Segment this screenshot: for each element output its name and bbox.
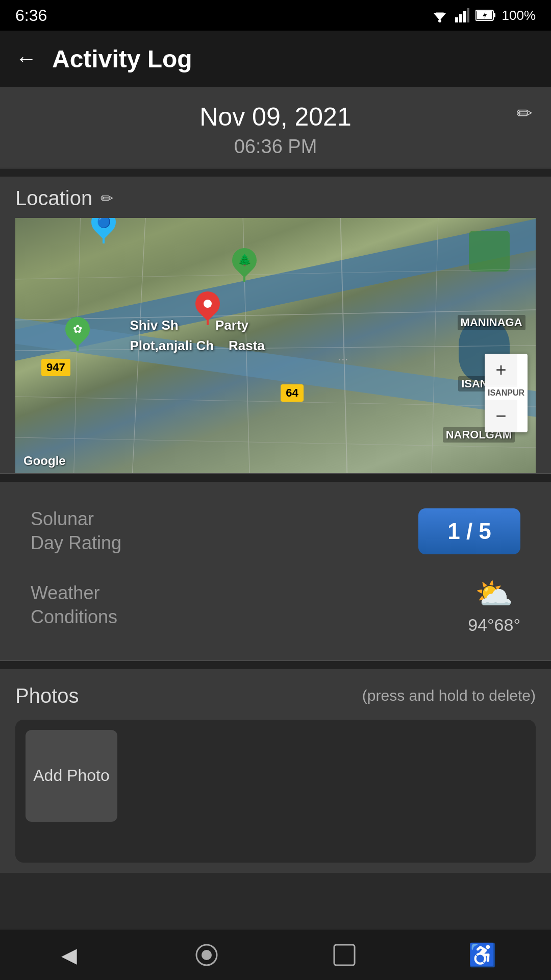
section-divider-1: [0, 168, 551, 177]
battery-icon: [475, 9, 496, 21]
svg-rect-3: [455, 17, 458, 22]
bottom-nav: ◀ ♿: [0, 929, 551, 980]
solunar-badge: 1 / 5: [418, 508, 520, 554]
back-button[interactable]: ←: [15, 46, 37, 71]
svg-rect-6: [467, 8, 469, 22]
section-divider-3: [0, 661, 551, 669]
map-pin-blue: 🔵: [91, 218, 116, 243]
photos-hint: (press and hold to delete): [362, 687, 536, 704]
map-pin-flower: ✿: [65, 317, 90, 351]
solunar-label: SolunarDay Rating: [31, 507, 418, 555]
app-header: ← Activity Log: [0, 31, 551, 87]
location-header: Location ✏: [15, 187, 536, 210]
svg-line-19: [15, 397, 536, 407]
photos-section: Photos (press and hold to delete) Add Ph…: [0, 669, 551, 873]
nav-back-button[interactable]: ◀: [48, 935, 89, 975]
zoom-out-button[interactable]: −: [485, 400, 517, 432]
nav-accessibility-button[interactable]: ♿: [462, 935, 503, 975]
date-section: Nov 09, 2021 06:36 PM ✏: [0, 87, 551, 168]
map-background: Shiv Sh Party Plot,anjali Ch Rasta 947 6…: [15, 218, 536, 473]
svg-rect-8: [493, 13, 495, 17]
svg-line-17: [432, 218, 438, 473]
svg-point-2: [438, 19, 441, 22]
map-pin-red: [195, 291, 220, 325]
svg-line-18: [15, 269, 536, 279]
map-place-line1: Shiv Sh Party: [130, 317, 248, 333]
weather-display: ⛅ 94°68°: [468, 576, 520, 635]
time-display: 06:36 PM: [234, 136, 317, 158]
map-label-maninaga: MANINAGA: [458, 315, 525, 330]
page-title: Activity Log: [52, 45, 192, 73]
location-label: Location: [15, 187, 92, 210]
stats-section: SolunarDay Rating 1 / 5 WeatherCondition…: [0, 482, 551, 661]
svg-line-15: [341, 218, 347, 473]
svg-rect-4: [459, 14, 462, 22]
road-badge-64: 64: [281, 384, 303, 402]
status-bar: 6:36 100%: [0, 0, 551, 31]
svg-point-22: [202, 950, 212, 960]
photos-grid: Add Photo: [15, 720, 536, 863]
solunar-row: SolunarDay Rating 1 / 5: [31, 497, 520, 566]
photos-label: Photos: [15, 684, 79, 707]
nav-home-button[interactable]: [186, 935, 227, 975]
edit-location-icon[interactable]: ✏: [101, 189, 113, 207]
map-dots: ···: [338, 352, 348, 366]
map-place-line2: Plot,anjali Ch Rasta: [130, 338, 264, 354]
road-badge-947: 947: [41, 359, 70, 376]
battery-percentage: 100%: [502, 8, 536, 23]
google-logo: Google: [23, 454, 66, 468]
status-time: 6:36: [15, 6, 47, 25]
section-divider-2: [0, 474, 551, 482]
map-container[interactable]: Shiv Sh Party Plot,anjali Ch Rasta 947 6…: [15, 218, 536, 473]
zoom-in-button[interactable]: +: [485, 354, 517, 386]
svg-line-12: [15, 346, 536, 351]
add-photo-label: Add Photo: [33, 765, 109, 787]
status-icons: 100%: [431, 8, 536, 23]
nav-recents-button[interactable]: [324, 935, 365, 975]
map-zoom-controls[interactable]: + ISANPUR −: [485, 354, 528, 432]
weather-row: WeatherConditions ⛅ 94°68°: [31, 566, 520, 645]
photos-header: Photos (press and hold to delete): [15, 684, 536, 707]
weather-value: ⛅ 94°68°: [468, 576, 520, 635]
date-display: Nov 09, 2021: [199, 102, 351, 132]
location-section: Location ✏: [0, 177, 551, 474]
signal-icon: [455, 8, 469, 22]
svg-rect-5: [463, 11, 466, 22]
svg-rect-23: [334, 945, 355, 965]
solunar-value: 1 / 5: [418, 508, 520, 554]
add-photo-button[interactable]: Add Photo: [26, 730, 117, 822]
wifi-icon: [431, 8, 449, 22]
weather-label: WeatherConditions: [31, 581, 468, 629]
edit-date-icon[interactable]: ✏: [516, 102, 533, 125]
map-pin-green: 🌲: [232, 248, 257, 282]
map-isanpur-label: ISANPUR: [485, 386, 528, 400]
weather-temp: 94°68°: [468, 615, 520, 635]
weather-icon: ⛅: [475, 576, 513, 612]
